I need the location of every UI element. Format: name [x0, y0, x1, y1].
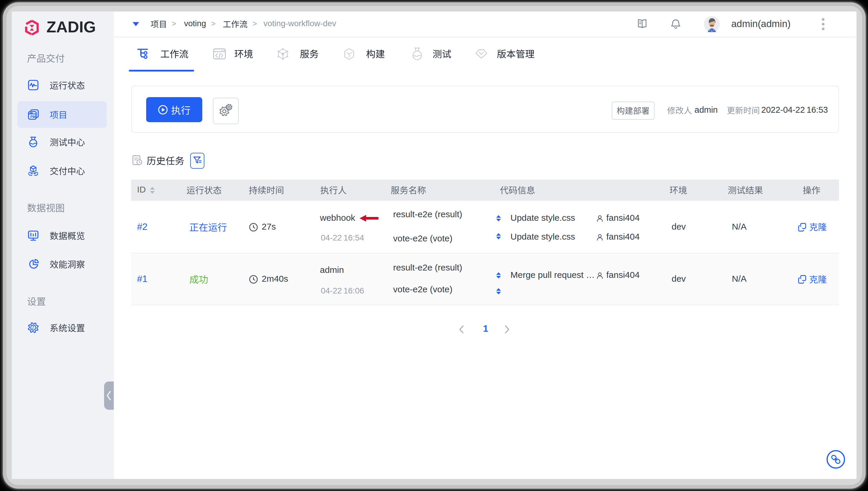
svg-text:PM: PM [30, 115, 36, 119]
svg-text:Z: Z [32, 325, 35, 330]
